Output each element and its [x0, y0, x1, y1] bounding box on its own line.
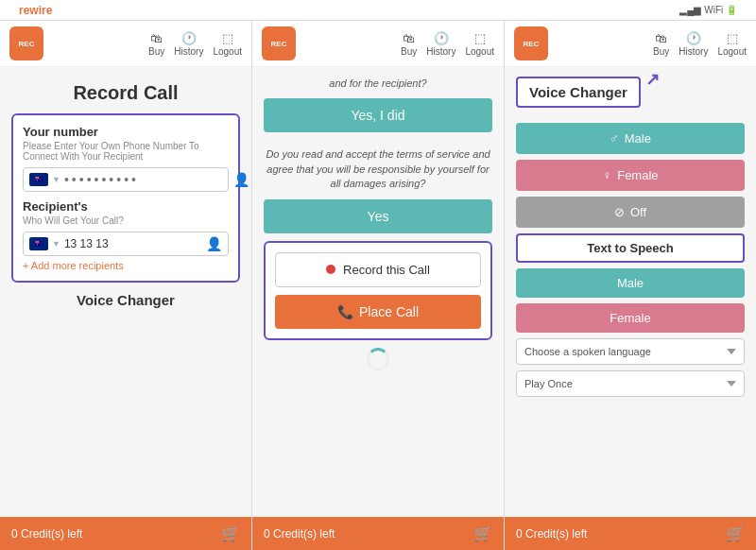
flag-au-1: 🇦🇺: [29, 173, 48, 186]
nav-buy-3[interactable]: 🛍Buy: [653, 31, 669, 57]
vc-off-label: Off: [630, 205, 646, 219]
contact-icon-1[interactable]: 👤: [233, 172, 249, 187]
female-icon: ♀: [602, 168, 611, 182]
tts-female-button[interactable]: Female: [516, 303, 745, 333]
tts-label: Text to Speech: [516, 233, 745, 263]
play-once-select[interactable]: Play Once Play Twice Loop: [516, 370, 745, 397]
language-select[interactable]: Choose a spoken language English Spanish…: [516, 338, 745, 365]
vc-off-button[interactable]: ⊘ Off: [516, 197, 745, 228]
panel-record-call: REC 🛍Buy 🕐History ⬚Logout Record Call Yo…: [0, 21, 252, 550]
recipient-label: Recipient's: [23, 199, 229, 214]
male-icon: ♂: [610, 131, 619, 146]
panel1-credits: 0 Credit(s) left: [11, 527, 82, 541]
place-call-button[interactable]: 📞 Place Call: [275, 295, 481, 329]
nav-logout-3[interactable]: ⬚Logout: [717, 31, 747, 57]
nav-logout-1[interactable]: ⬚Logout: [213, 31, 242, 57]
voice-changer-badge-label: Voice Changer: [529, 84, 627, 100]
yes-button[interactable]: Yes: [264, 199, 492, 233]
panel2-nav-links: 🛍Buy 🕐History ⬚Logout: [401, 31, 494, 57]
nav-history-3[interactable]: 🕐History: [679, 31, 708, 57]
panel2-nav: REC 🛍Buy 🕐History ⬚Logout: [252, 21, 504, 67]
nav-buy-1[interactable]: 🛍Buy: [148, 31, 164, 57]
vc-female-button[interactable]: ♀ Female: [516, 160, 745, 191]
panel1-content: Record Call Your number Please Enter You…: [0, 67, 251, 517]
loading-spinner: [367, 348, 389, 370]
record-section: Record this Call 📞 Place Call: [264, 241, 492, 340]
record-this-call-button[interactable]: Record this Call: [275, 252, 481, 287]
panel3-footer: 0 Credit(s) left 🛒: [505, 517, 756, 550]
voice-changer-title: Voice Changer: [11, 292, 240, 308]
panel3-content: Voice Changer ↗ ♂ Male ♀ Female ⊘ Off Te…: [505, 67, 756, 517]
contact-icon-2[interactable]: 👤: [206, 236, 222, 251]
panel3-logo: REC: [514, 26, 548, 60]
your-number-section: Your number Please Enter Your Own Phone …: [11, 113, 240, 283]
panel2-credits: 0 Credit(s) left: [264, 527, 335, 541]
flag-dropdown-1: ▼: [52, 175, 60, 184]
tos-text-2: Do you read and accept the terms of serv…: [264, 147, 492, 191]
panel1-cart-icon[interactable]: 🛒: [221, 524, 240, 542]
arrow-indicator-icon: ↗: [645, 69, 660, 90]
panel3-nav: REC 🛍Buy 🕐History ⬚Logout: [505, 21, 756, 67]
record-this-call-label: Record this Call: [343, 263, 430, 277]
vc-male-label: Male: [625, 131, 651, 146]
add-recipients-btn[interactable]: + Add more recipients: [23, 260, 229, 271]
panel1-nav-links: 🛍Buy 🕐History ⬚Logout: [148, 31, 242, 57]
panel-tos: REC 🛍Buy 🕐History ⬚Logout and for the re…: [252, 21, 505, 550]
off-icon: ⊘: [614, 205, 625, 219]
panel1-logo: REC: [9, 26, 43, 60]
panel3-cart-icon[interactable]: 🛒: [726, 524, 745, 542]
tts-male-button[interactable]: Male: [516, 268, 745, 298]
recipient-input-row[interactable]: 🇦🇺 ▼ 13 13 13 👤: [23, 232, 229, 256]
record-dot-icon: [326, 265, 335, 274]
recipient-sublabel: Who Will Get Your Call?: [23, 215, 229, 226]
panel3-nav-links: 🛍Buy 🕐History ⬚Logout: [653, 31, 747, 57]
place-call-label: Place Call: [359, 304, 419, 319]
panel1-title: Record Call: [11, 82, 240, 104]
panel1-nav: REC 🛍Buy 🕐History ⬚Logout: [0, 21, 251, 67]
vc-male-button[interactable]: ♂ Male: [516, 123, 745, 154]
panel1-footer: 0 Credit(s) left 🛒: [0, 517, 251, 550]
yes-i-did-button[interactable]: Yes, I did: [264, 98, 492, 132]
vc-female-label: Female: [617, 168, 658, 182]
nav-history-2[interactable]: 🕐History: [426, 31, 455, 57]
app-name: rewire: [19, 4, 52, 17]
your-number-label: Your number: [23, 125, 229, 139]
panel2-content: and for the recipient? Yes, I did Do you…: [252, 67, 504, 517]
nav-history-1[interactable]: 🕐History: [174, 31, 203, 57]
your-number-sublabel: Please Enter Your Own Phone Number To Co…: [23, 141, 229, 162]
tos-text-1: and for the recipient?: [264, 77, 492, 91]
status-signal: ▂▄▆ WiFi 🔋: [679, 5, 737, 15]
nav-buy-2[interactable]: 🛍Buy: [401, 31, 417, 57]
panel3-credits: 0 Credit(s) left: [516, 527, 587, 541]
panel2-logo: REC: [262, 26, 296, 60]
flag-au-2: 🇦🇺: [29, 237, 48, 250]
voice-changer-badge: Voice Changer ↗: [516, 77, 641, 108]
recipient-number-display: 13 13 13: [64, 237, 202, 250]
your-number-input-row[interactable]: 🇦🇺 ▼ 👤: [23, 167, 229, 192]
phone-icon: 📞: [337, 304, 353, 319]
flag-dropdown-2: ▼: [52, 239, 60, 249]
panel2-footer: 0 Credit(s) left 🛒: [252, 517, 504, 550]
your-number-input[interactable]: [64, 172, 230, 187]
panel2-cart-icon[interactable]: 🛒: [473, 524, 492, 542]
panel-voice-changer: REC 🛍Buy 🕐History ⬚Logout Voice Changer …: [505, 21, 756, 550]
nav-logout-2[interactable]: ⬚Logout: [465, 31, 494, 57]
